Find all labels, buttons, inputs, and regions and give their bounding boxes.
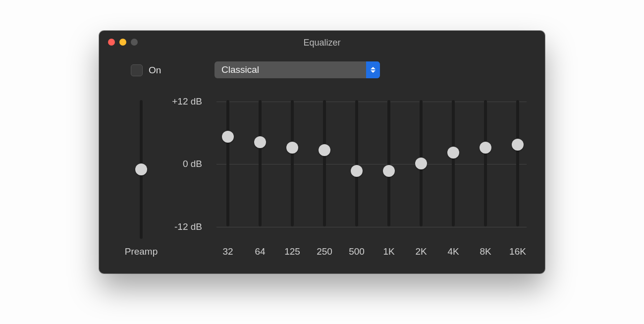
band-track <box>387 100 390 226</box>
band-knob[interactable] <box>319 144 330 156</box>
band-knob[interactable] <box>512 139 524 151</box>
band-label-250: 250 <box>310 246 339 257</box>
band-knob[interactable] <box>383 165 395 177</box>
band-slider-500[interactable] <box>342 95 372 256</box>
preamp-label: Preamp <box>119 246 163 257</box>
scale-label-plus: +12 dB <box>162 96 202 107</box>
band-label-4K: 4K <box>438 246 468 257</box>
scale-label-zero: 0 dB <box>162 159 202 169</box>
band-label-32: 32 <box>213 246 243 257</box>
preamp-slider[interactable] <box>126 95 156 269</box>
scale-label-minus: -12 dB <box>162 221 202 232</box>
preamp-knob[interactable] <box>135 163 147 175</box>
band-label-125: 125 <box>277 246 307 257</box>
band-label-8K: 8K <box>471 246 500 257</box>
band-label-16K: 16K <box>503 246 533 257</box>
band-knob[interactable] <box>447 147 459 159</box>
band-slider-125[interactable] <box>277 95 307 256</box>
preset-stepper[interactable] <box>366 61 380 78</box>
chevron-down-icon <box>371 70 376 73</box>
band-slider-1K[interactable] <box>374 95 404 256</box>
on-checkbox[interactable] <box>131 64 143 76</box>
band-track <box>291 100 294 226</box>
preset-select[interactable]: Classical <box>215 61 380 78</box>
band-track <box>516 100 519 226</box>
band-track <box>259 100 262 226</box>
band-track <box>323 100 326 226</box>
preset-selected-label: Classical <box>221 64 259 75</box>
band-label-500: 500 <box>342 246 372 257</box>
chevron-up-icon <box>371 67 376 69</box>
band-slider-8K[interactable] <box>471 95 500 256</box>
band-knob[interactable] <box>351 165 363 177</box>
band-slider-16K[interactable] <box>503 95 533 256</box>
band-track <box>452 100 455 226</box>
band-slider-4K[interactable] <box>438 95 468 256</box>
band-knob[interactable] <box>286 142 298 154</box>
window-title: Equalizer <box>99 38 545 48</box>
band-track <box>355 100 358 226</box>
band-track <box>226 100 229 226</box>
band-knob[interactable] <box>480 142 491 154</box>
band-label-64: 64 <box>245 246 275 257</box>
band-slider-2K[interactable] <box>406 95 436 256</box>
band-knob[interactable] <box>415 158 427 169</box>
on-toggle[interactable]: On <box>131 64 161 76</box>
band-knob[interactable] <box>222 131 234 143</box>
band-label-1K: 1K <box>374 246 404 257</box>
equalizer-window: Equalizer On Classical +12 dB0 dB-12 dBP… <box>99 31 545 273</box>
band-label-2K: 2K <box>406 246 436 257</box>
equalizer-area: +12 dB0 dB-12 dBPreamp32641252505001K2K4… <box>99 95 545 273</box>
band-slider-32[interactable] <box>213 95 243 256</box>
band-knob[interactable] <box>254 136 266 148</box>
titlebar: Equalizer <box>99 31 545 54</box>
band-slider-64[interactable] <box>245 95 275 256</box>
band-track <box>484 100 487 226</box>
on-label: On <box>149 65 161 76</box>
band-slider-250[interactable] <box>310 95 339 256</box>
controls-row: On Classical <box>99 61 545 81</box>
